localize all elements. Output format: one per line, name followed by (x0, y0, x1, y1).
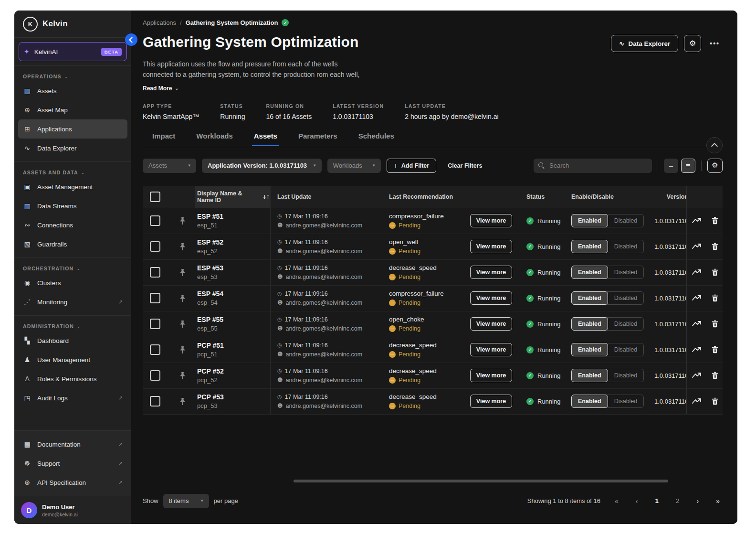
pin-icon[interactable] (179, 397, 186, 406)
column-header-display-name[interactable]: Display Name & Name ID ↓↑ (195, 186, 271, 208)
pin-icon[interactable] (179, 346, 186, 354)
row-checkbox[interactable] (150, 370, 160, 381)
assets-filter-dropdown[interactable]: Assets ▾ (143, 159, 196, 173)
row-checkbox[interactable] (150, 241, 160, 252)
sidebar-collapse-button[interactable] (125, 33, 137, 46)
delete-icon[interactable] (712, 217, 718, 225)
sidebar-item[interactable]: ⊞ Applications (18, 119, 127, 139)
view-more-button[interactable]: View more (470, 395, 512, 408)
trend-icon[interactable] (692, 397, 702, 405)
pin-icon[interactable] (179, 217, 186, 225)
trend-icon[interactable] (692, 217, 702, 225)
view-more-button[interactable]: View more (470, 317, 512, 331)
tab-assets[interactable]: Assets (254, 132, 277, 140)
sort-icon[interactable]: ↓↑ (262, 194, 270, 200)
tab-workloads[interactable]: Workloads (196, 132, 232, 140)
enabled-option[interactable]: Enabled (571, 317, 608, 331)
delete-icon[interactable] (712, 268, 718, 276)
view-more-button[interactable]: View more (470, 343, 512, 356)
section-header-orchestration[interactable]: ORCHESTRATION ⌄ (14, 261, 131, 273)
page-2-button[interactable]: 2 (673, 497, 682, 505)
enabled-option[interactable]: Enabled (571, 266, 608, 279)
first-page-button[interactable]: « (612, 497, 621, 505)
add-filter-button[interactable]: + Add Filter (387, 159, 437, 173)
horizontal-scrollbar[interactable] (294, 480, 668, 482)
sidebar-footer-link[interactable]: ▤ Documentation ↗ (18, 435, 127, 454)
sidebar-item[interactable]: ◳ Audit Logs ↗ (18, 388, 127, 407)
page-size-dropdown[interactable]: 8 items ▾ (163, 494, 209, 508)
delete-icon[interactable] (712, 372, 718, 379)
view-more-button[interactable]: View more (470, 240, 512, 253)
enabled-option[interactable]: Enabled (571, 291, 608, 305)
delete-icon[interactable] (712, 397, 718, 405)
row-checkbox[interactable] (150, 267, 160, 278)
view-more-button[interactable]: View more (470, 291, 512, 305)
user-menu[interactable]: D Demo User demo@kelvin.ai (14, 496, 131, 524)
enabled-option[interactable]: Enabled (571, 214, 608, 227)
trend-icon[interactable] (692, 372, 702, 379)
row-checkbox[interactable] (150, 215, 160, 226)
tab-schedules[interactable]: Schedules (358, 132, 394, 140)
sidebar-item[interactable]: ♟ User Management (18, 350, 127, 369)
delete-icon[interactable] (712, 346, 718, 353)
enabled-option[interactable]: Enabled (571, 343, 608, 356)
sidebar-item[interactable]: ∿ Data Explorer (18, 139, 127, 158)
view-more-button[interactable]: View more (470, 266, 512, 279)
more-options-button[interactable]: ••• (707, 39, 723, 48)
view-more-button[interactable]: View more (470, 214, 512, 227)
last-page-button[interactable]: » (713, 497, 723, 505)
trend-icon[interactable] (692, 346, 702, 353)
row-checkbox[interactable] (150, 293, 160, 303)
sidebar-item[interactable]: ∾ Connections (18, 215, 127, 235)
application-version-filter-dropdown[interactable]: Application Version: 1.0.03171103 ▾ (202, 159, 322, 173)
pin-icon[interactable] (179, 320, 186, 328)
trend-icon[interactable] (692, 268, 702, 276)
workloads-filter-dropdown[interactable]: Workloads ▾ (327, 159, 381, 173)
search-input[interactable] (548, 161, 647, 170)
sidebar-item[interactable]: ⊕ Asset Map (18, 100, 127, 119)
row-checkbox[interactable] (150, 344, 160, 355)
section-header-assets-and-data[interactable]: ASSETS AND DATA ⌄ (14, 165, 131, 177)
breadcrumb-applications[interactable]: Applications (143, 19, 176, 26)
pin-icon[interactable] (179, 243, 186, 251)
section-header-administration[interactable]: ADMINISTRATION ⌄ (14, 319, 131, 331)
kelvin-logo[interactable]: K Kelvin ˙ (14, 11, 131, 38)
table-settings-button[interactable]: ⚙ (707, 159, 723, 173)
sidebar-item[interactable]: ◉ Clusters (18, 273, 127, 292)
view-more-button[interactable]: View more (470, 369, 512, 382)
pin-icon[interactable] (179, 294, 186, 302)
page-1-button[interactable]: 1 (652, 497, 662, 505)
sidebar-footer-link[interactable]: ⊛ API Specification ↗ (18, 473, 127, 492)
sidebar-item[interactable]: ▣ Asset Management (18, 177, 127, 196)
delete-icon[interactable] (712, 320, 718, 328)
sidebar-item[interactable]: ⋰ Monitoring ↗ (18, 292, 127, 311)
sidebar-item-kelvinai[interactable]: ✦ KelvinAI BETA (19, 42, 127, 61)
pin-icon[interactable] (179, 268, 186, 277)
row-checkbox[interactable] (150, 319, 160, 329)
sidebar-footer-link[interactable]: ☸ Support ↗ (18, 454, 127, 473)
compact-view-toggle[interactable]: = (664, 159, 678, 173)
section-header-operations[interactable]: OPERATIONS ⌄ (14, 69, 131, 81)
pin-icon[interactable] (179, 372, 186, 380)
enabled-option[interactable]: Enabled (571, 369, 608, 382)
comfortable-view-toggle[interactable]: ≡ (681, 159, 695, 173)
settings-button[interactable]: ⚙ (684, 35, 701, 52)
data-explorer-button[interactable]: ∿ Data Explorer (611, 35, 679, 52)
trend-icon[interactable] (692, 320, 702, 328)
enabled-option[interactable]: Enabled (571, 395, 608, 408)
tab-impact[interactable]: Impact (152, 132, 175, 140)
sidebar-item[interactable]: ▥ Data Streams (18, 196, 127, 215)
sidebar-item[interactable]: ♙ Roles & Permissions (18, 369, 127, 388)
prev-page-button[interactable]: ‹ (633, 497, 641, 505)
collapse-section-button[interactable] (706, 137, 723, 153)
trend-icon[interactable] (692, 294, 702, 302)
enabled-option[interactable]: Enabled (571, 240, 608, 253)
delete-icon[interactable] (712, 243, 718, 250)
delete-icon[interactable] (712, 294, 718, 302)
clear-filters-button[interactable]: Clear Filters (448, 162, 482, 169)
read-more-button[interactable]: Read More ⌄ (143, 85, 179, 92)
tab-parameters[interactable]: Parameters (298, 132, 337, 140)
select-all-checkbox[interactable] (150, 192, 160, 202)
row-checkbox[interactable] (150, 396, 160, 407)
sidebar-item[interactable]: ▚ Dashboard (18, 331, 127, 350)
